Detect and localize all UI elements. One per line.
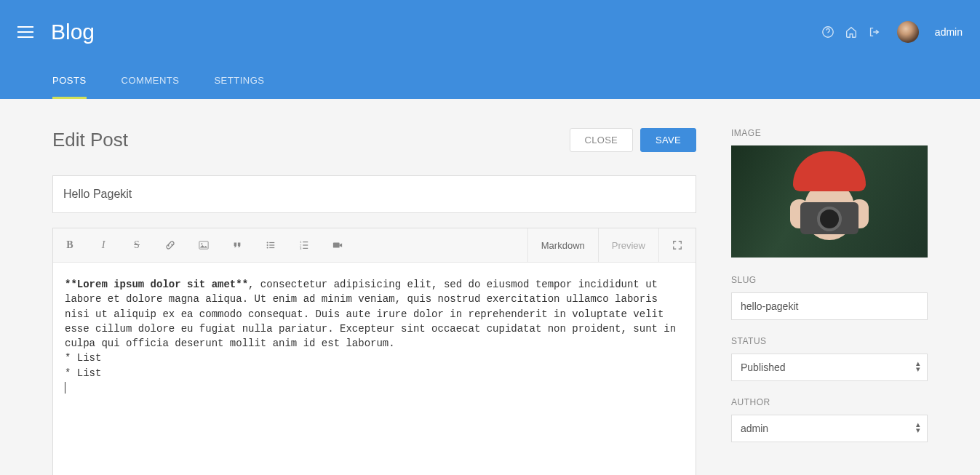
editor: B I S 123 (52, 228, 696, 475)
main-column: Edit Post CLOSE SAVE B I S (52, 128, 696, 475)
preview-mode-button[interactable]: Preview (598, 228, 658, 262)
help-icon[interactable] (821, 25, 834, 39)
video-icon[interactable] (321, 228, 354, 262)
svg-point-4 (267, 244, 268, 246)
link-icon[interactable] (154, 228, 187, 262)
quote-icon[interactable] (220, 228, 254, 262)
svg-rect-14 (303, 248, 308, 249)
image-label: IMAGE (731, 128, 928, 138)
username[interactable]: admin (935, 26, 963, 38)
content: Edit Post CLOSE SAVE B I S (0, 99, 980, 475)
sidebar: IMAGE SLUG STATUS ▴▾ AUTHOR ▴▾ (731, 128, 928, 475)
svg-point-2 (201, 243, 202, 244)
bold-icon[interactable]: B (53, 228, 87, 262)
tab-bar: POSTS COMMENTS SETTINGS (0, 64, 980, 99)
app-header: Blog admin POSTS COMMENTS SETTINGS (0, 0, 980, 99)
editor-toolbar: B I S 123 (53, 228, 696, 263)
avatar[interactable] (897, 21, 919, 43)
page-actions: CLOSE SAVE (570, 128, 697, 152)
status-select[interactable] (731, 354, 928, 381)
svg-rect-8 (269, 247, 274, 248)
text-cursor (65, 382, 65, 394)
italic-icon[interactable]: I (87, 228, 120, 262)
svg-rect-13 (303, 244, 308, 245)
slug-input[interactable] (731, 292, 928, 320)
numbered-list-icon[interactable]: 123 (287, 228, 321, 262)
logout-icon[interactable] (868, 25, 881, 39)
post-title-input[interactable] (52, 175, 696, 213)
author-select[interactable] (731, 415, 928, 442)
tab-posts[interactable]: POSTS (52, 64, 87, 99)
markdown-mode-button[interactable]: Markdown (527, 228, 598, 262)
featured-image[interactable] (731, 145, 928, 258)
editor-rest-segment: , consectetur adipisicing elit, sed do e… (65, 279, 682, 379)
fullscreen-icon[interactable] (658, 228, 696, 262)
svg-rect-15 (333, 243, 340, 248)
page-header: Edit Post CLOSE SAVE (52, 128, 696, 152)
home-icon[interactable] (845, 25, 858, 39)
svg-rect-12 (303, 242, 308, 242)
status-label: STATUS (731, 336, 928, 346)
page-title: Edit Post (52, 129, 128, 151)
svg-rect-1 (199, 242, 208, 250)
save-button[interactable]: SAVE (640, 128, 696, 152)
svg-text:3: 3 (300, 247, 302, 250)
header-actions: admin (821, 21, 963, 43)
slug-label: SLUG (731, 275, 928, 285)
menu-icon[interactable] (17, 26, 33, 38)
image-icon[interactable] (187, 228, 220, 262)
header-bar: Blog admin (0, 0, 980, 64)
tab-comments[interactable]: COMMENTS (121, 64, 180, 99)
svg-rect-6 (269, 242, 274, 243)
editor-textarea[interactable]: **Lorem ipsum dolor sit amet**, consecte… (53, 263, 696, 475)
bullet-list-icon[interactable] (254, 228, 287, 262)
tab-settings[interactable]: SETTINGS (214, 64, 264, 99)
editor-bold-segment: **Lorem ipsum dolor sit amet** (65, 279, 248, 290)
app-title: Blog (51, 20, 821, 44)
svg-rect-7 (269, 244, 274, 245)
svg-point-5 (267, 247, 268, 248)
close-button[interactable]: CLOSE (570, 128, 634, 152)
svg-point-3 (267, 242, 268, 243)
strikethrough-icon[interactable]: S (120, 228, 154, 262)
author-label: AUTHOR (731, 397, 928, 407)
